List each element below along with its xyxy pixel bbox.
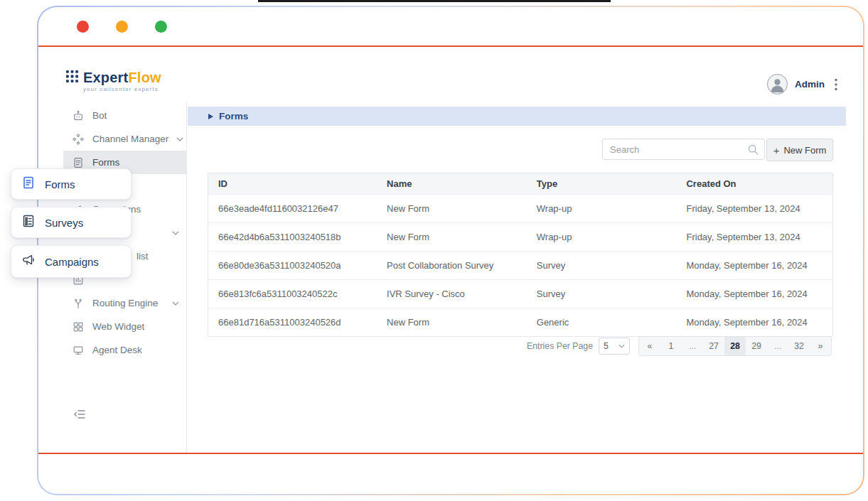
avatar[interactable]: [767, 74, 788, 95]
channel-manager-icon: [72, 133, 85, 146]
expertflow-logo[interactable]: ExpertFlow your callcenter experts: [66, 70, 161, 92]
table-row[interactable]: 66e3eade4fd1160032126e47 New Form Wrap-u…: [208, 194, 832, 222]
callout-forms[interactable]: Forms: [11, 168, 132, 200]
callout-surveys[interactable]: Surveys: [11, 207, 132, 238]
cell-name: New Form: [377, 232, 527, 242]
screen-top-edge: [258, 0, 611, 2]
table-header: ID Name Type Created On: [208, 173, 832, 194]
maximize-window-button[interactable]: [155, 21, 167, 33]
user-menu: Admin: [767, 74, 840, 95]
routing-engine-icon: [72, 297, 85, 310]
pager-next-button[interactable]: »: [810, 337, 831, 355]
chevron-down-icon: [176, 137, 183, 141]
search-icon: [747, 144, 759, 158]
collapse-sidebar-icon[interactable]: [71, 406, 88, 423]
cell-name: New Form: [377, 317, 527, 328]
cell-created-on: Friday, September 13, 2024: [676, 203, 832, 214]
close-window-button[interactable]: [77, 21, 89, 33]
user-label: Admin: [795, 79, 825, 90]
forms-table: ID Name Type Created On 66e3eade4fd11600…: [208, 173, 833, 337]
callout-label: Campaigns: [45, 256, 99, 268]
column-header-created-on[interactable]: Created On: [676, 178, 832, 189]
column-header-type[interactable]: Type: [527, 178, 677, 189]
cell-id: 66e813fc6a5311003240522c: [208, 289, 377, 299]
cell-id: 66e3eade4fd1160032126e47: [208, 203, 377, 214]
page-button[interactable]: 32: [788, 337, 810, 355]
cell-name: Post Collaboration Survey: [377, 260, 527, 271]
pager-ellipsis: ...: [767, 337, 788, 355]
new-form-button-label: New Form: [783, 145, 826, 156]
cell-type: Wrap-up: [527, 203, 677, 214]
cell-name: IVR Survey - Cisco: [377, 289, 527, 299]
pagination: Entries Per Page 5 « 1 ... 27 28 29 ... …: [527, 336, 832, 356]
cell-created-on: Monday, September 16, 2024: [676, 289, 832, 299]
table-row[interactable]: 66e813fc6a5311003240522c IVR Survey - Ci…: [208, 279, 832, 308]
sidebar-item-label: Forms: [92, 157, 119, 168]
pager: « 1 ... 27 28 29 ... 32 »: [638, 336, 832, 356]
logo-grid-icon: [66, 70, 78, 85]
breadcrumb-arrow-icon: [208, 114, 213, 119]
browser-window-frame: ExpertFlow your callcenter experts Admin: [37, 6, 864, 495]
search-box: [602, 139, 765, 160]
cell-id: 66e80de36a5311003240520a: [208, 260, 377, 271]
callout-campaigns[interactable]: Campaigns: [11, 245, 132, 278]
sidebar-item-label: list: [136, 251, 149, 262]
sidebar-item-label: Channel Manager: [92, 134, 168, 144]
logo-text: ExpertFlow your callcenter experts: [83, 70, 161, 92]
sidebar-item-label: Agent Desk: [92, 345, 142, 355]
sidebar-item-routing-engine[interactable]: Routing Engine: [63, 291, 186, 315]
plus-icon: +: [773, 145, 780, 156]
cell-id: 66e42d4b6a5311003240518b: [208, 232, 377, 242]
table-row[interactable]: 66e42d4b6a5311003240518b New Form Wrap-u…: [208, 222, 832, 251]
entries-per-page-value: 5: [604, 341, 609, 351]
sidebar-item-label: Bot: [92, 110, 107, 121]
page-button[interactable]: 1: [660, 337, 682, 355]
cell-created-on: Monday, September 16, 2024: [676, 260, 832, 271]
entries-per-page-label: Entries Per Page: [527, 341, 593, 351]
logo-text-primary: Expert: [83, 70, 128, 85]
campaign-icon: [21, 253, 36, 270]
sidebar-item-channel-manager[interactable]: Channel Manager: [63, 127, 186, 151]
column-header-name[interactable]: Name: [377, 178, 527, 189]
entries-per-page-select[interactable]: 5: [599, 338, 630, 355]
cell-type: Generic: [527, 317, 677, 328]
page-button-active[interactable]: 28: [724, 337, 746, 355]
sidebar-item-label: Routing Engine: [92, 298, 158, 308]
cell-type: Wrap-up: [527, 232, 677, 242]
cell-type: Survey: [527, 289, 677, 299]
callout-label: Surveys: [45, 217, 83, 229]
logo-tagline: your callcenter experts: [83, 87, 161, 92]
sidebar-item-bot[interactable]: Bot: [63, 104, 186, 127]
cell-created-on: Monday, September 16, 2024: [676, 317, 832, 328]
page-button[interactable]: 27: [703, 337, 724, 355]
pager-prev-button[interactable]: «: [639, 337, 660, 355]
sidebar-item-label: Web Widget: [92, 321, 144, 332]
chevron-down-icon: [172, 301, 179, 306]
sidebar-item-agent-desk[interactable]: Agent Desk: [63, 338, 186, 362]
new-form-button[interactable]: + New Form: [766, 139, 833, 161]
kebab-menu-icon[interactable]: [832, 77, 840, 92]
minimize-window-button[interactable]: [116, 21, 128, 33]
page-button[interactable]: 29: [746, 337, 767, 355]
cell-name: New Form: [377, 203, 527, 214]
chevron-down-icon: [618, 344, 625, 348]
column-header-id[interactable]: ID: [208, 178, 377, 189]
bot-icon: [72, 109, 85, 122]
window-controls: [77, 21, 167, 33]
table-row[interactable]: 66e81d716a5311003240526d New Form Generi…: [208, 308, 832, 336]
search-input[interactable]: [602, 139, 765, 160]
cell-type: Survey: [527, 260, 677, 271]
breadcrumb-label[interactable]: Forms: [219, 111, 248, 122]
chevron-down-icon: [172, 231, 179, 235]
sidebar-item-web-widget[interactable]: Web Widget: [63, 315, 186, 338]
callout-label: Forms: [45, 178, 75, 190]
logo-text-secondary: Flow: [128, 70, 161, 85]
footer-divider-line: [38, 453, 863, 454]
web-widget-icon: [72, 320, 85, 333]
table-row[interactable]: 66e80de36a5311003240520a Post Collaborat…: [208, 251, 832, 279]
app-content: ExpertFlow your callcenter experts Admin: [40, 47, 864, 453]
form-icon: [21, 176, 36, 193]
cell-id: 66e81d716a5311003240526d: [208, 317, 377, 328]
agent-desk-icon: [72, 344, 85, 357]
survey-icon: [21, 214, 36, 231]
